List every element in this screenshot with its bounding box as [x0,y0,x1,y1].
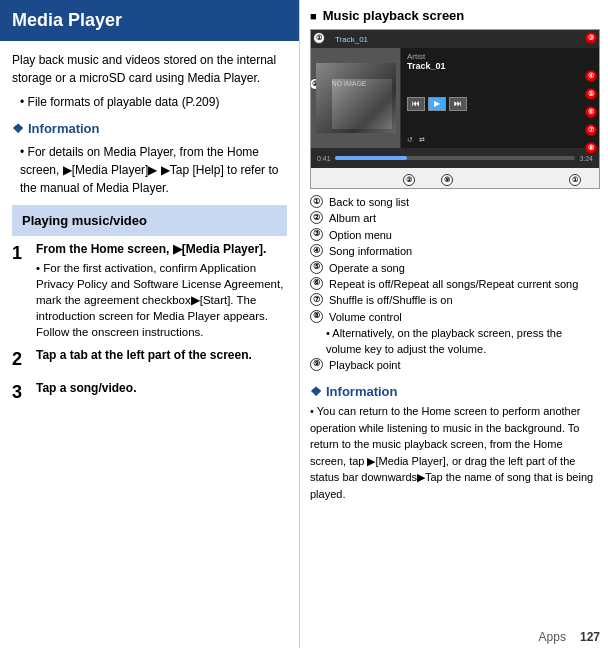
progress-bar[interactable] [335,156,576,160]
extra-controls: ↺ ⇄ [407,136,593,144]
list-item-7: ⑦ Shuffle is off/Shuffle is on [310,293,600,308]
step-3-title: Tap a song/video. [36,379,287,397]
step-1: 1 From the Home screen, ▶[Media Player].… [12,240,287,340]
list-item-1: ① Back to song list [310,195,600,210]
ann-text-9: Playback point [329,358,401,373]
list-item-8-sub: • Alternatively, on the playback screen,… [326,326,600,357]
list-item-8: ⑧ Volume control [310,310,600,325]
player-track-info: Artist Track_01 [407,52,593,71]
next-button[interactable]: ⏭ [449,97,467,111]
annot-1: ① [313,32,325,44]
annotations-list: ① Back to song list ② Album art ③ Option… [310,195,600,374]
ann-text-8-sub: • Alternatively, on the playback screen,… [326,326,600,357]
intro-text: Play back music and videos stored on the… [12,51,287,87]
annot-8: ⑧ [585,142,597,154]
step-1-number: 1 [12,240,28,340]
progress-fill [335,156,407,160]
player-body: ② NO IMAGE NO IMAGE ④ ⑤ ⑥ ⑦ ⑧ Artist [311,48,599,148]
ann-num-3: ③ [310,228,323,241]
player-artist: Artist [407,52,593,61]
list-item-5: ⑤ Operate a song [310,261,600,276]
list-item-6: ⑥ Repeat is off/Repeat all songs/Repeat … [310,277,600,292]
player-screenshot: ① Track_01 ③ ② NO IMAGE NO IMAGE [310,29,600,189]
section-title: Music playback screen [310,8,600,23]
progress-area: ② ⑨ ① 0:41 3:24 [311,148,599,168]
right-info-title: Information [310,384,600,399]
file-formats-text: • File formats of playable data (P.209) [20,93,287,111]
ann-text-3: Option menu [329,228,392,243]
page-number: 127 [580,630,600,644]
ann-num-9: ⑨ [310,358,323,371]
shuffle-icon: ⇄ [419,136,425,144]
repeat-icon: ↺ [407,136,413,144]
ann-num-4: ④ [310,244,323,257]
ann-text-5: Operate a song [329,261,405,276]
ann-num-2: ② [310,211,323,224]
ann-num-1: ① [310,195,323,208]
list-item-3: ③ Option menu [310,228,600,243]
playing-section-title: Playing music/video [12,205,287,237]
annot-4-top: ④ [585,70,597,82]
album-art: ② NO IMAGE NO IMAGE [311,48,401,148]
ann-num-8: ⑧ [310,310,323,323]
list-item-2: ② Album art [310,211,600,226]
annot-3: ③ [585,32,597,44]
time-elapsed: 0:41 [317,155,331,162]
ann-text-6: Repeat is off/Repeat all songs/Repeat cu… [329,277,578,292]
player-top-bar: ① Track_01 ③ [311,30,599,48]
ann-text-1: Back to song list [329,195,409,210]
ann-num-5: ⑤ [310,261,323,274]
footer: Apps 127 [539,630,600,644]
step-3-number: 3 [12,379,28,406]
step-1-title: From the Home screen, ▶[Media Player]. [36,240,287,258]
info-bullet: • For details on Media Player, from the … [20,143,287,197]
list-item-9: ⑨ Playback point [310,358,600,373]
no-image-text-2: NO IMAGE [332,80,367,87]
annot-5: ⑤ [585,88,597,100]
step-3: 3 Tap a song/video. [12,379,287,406]
album-image: NO IMAGE NO IMAGE [316,63,396,133]
annot-7: ⑦ [585,124,597,136]
step-2-title: Tap a tab at the left part of the screen… [36,346,287,364]
ann-text-4: Song information [329,244,412,259]
ann-text-8: Volume control [329,310,402,325]
apps-label: Apps [539,630,566,644]
player-controls[interactable]: ⏮ ▶ ⏭ [407,95,593,113]
ann-num-7: ⑦ [310,293,323,306]
play-button[interactable]: ▶ [428,97,446,111]
prev-button[interactable]: ⏮ [407,97,425,111]
annot-6: ⑥ [585,106,597,118]
player-track-title: Track_01 [407,61,593,71]
album-image-2: NO IMAGE [332,79,392,129]
ann-text-7: Shuffle is off/Shuffle is on [329,293,453,308]
list-item-4: ④ Song information [310,244,600,259]
step-2: 2 Tap a tab at the left part of the scre… [12,346,287,373]
right-info-section: Information • You can return to the Home… [310,384,600,502]
right-info-text: • You can return to the Home screen to p… [310,403,600,502]
ann-text-2: Album art [329,211,376,226]
track-name-display: Track_01 [335,35,368,44]
annot-1-bottom: ① [569,174,581,186]
page-header: Media Player [0,0,299,41]
ann-num-6: ⑥ [310,277,323,290]
annot-2-bottom: ② [403,174,415,186]
step-2-number: 2 [12,346,28,373]
info-title: Information [12,119,287,139]
time-total: 3:24 [579,155,593,162]
annot-9: ⑨ [441,174,453,186]
player-info: ④ ⑤ ⑥ ⑦ ⑧ Artist Track_01 ⏮ ▶ ⏭ ↺ ⇄ [401,48,599,148]
step-1-body: • For the first activation, confirm Appl… [36,260,287,340]
